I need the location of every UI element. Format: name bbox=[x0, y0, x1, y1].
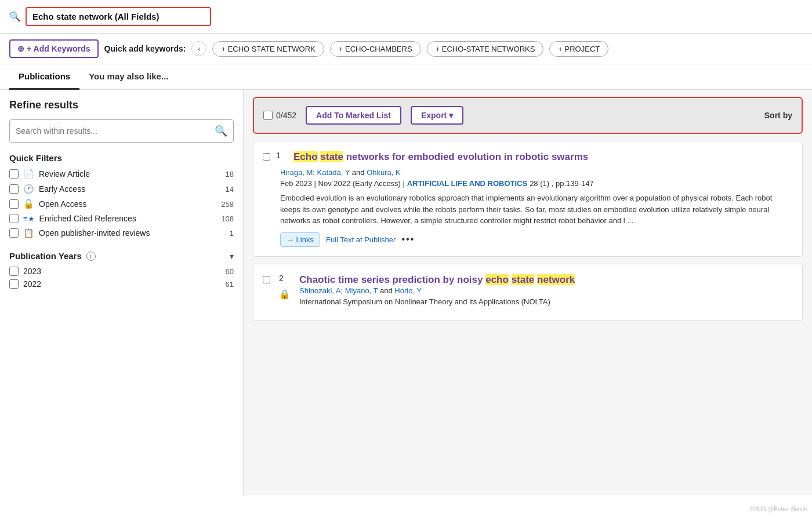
result-2-header: 2 🔒 Chaotic time series prediction by no… bbox=[263, 274, 793, 311]
filter-enriched-cited-count: 108 bbox=[221, 214, 234, 223]
year-2022-count: 61 bbox=[226, 280, 234, 289]
pub-years-chevron-icon[interactable]: ▾ bbox=[230, 252, 234, 261]
refine-results-title: Refine results bbox=[9, 99, 234, 111]
author-hiraga[interactable]: Hiraga, M bbox=[280, 168, 313, 177]
title-chaotic: Chaotic time series prediction by noisy bbox=[299, 274, 485, 285]
search-query: Echo state network bbox=[32, 12, 113, 21]
year-2022: 2022 61 bbox=[9, 279, 234, 289]
result-2-checkbox[interactable] bbox=[263, 276, 270, 283]
early-access-icon: 🕐 bbox=[23, 184, 34, 194]
filter-open-publisher-checkbox[interactable] bbox=[9, 228, 19, 238]
lock-icon-2: 🔒 bbox=[279, 289, 291, 300]
filter-enriched-cited-checkbox[interactable] bbox=[9, 214, 19, 223]
select-all-wrap: 0/452 bbox=[263, 111, 296, 120]
tab-publications[interactable]: Publications bbox=[9, 64, 79, 90]
author-shinozaki[interactable]: Shinozaki, A bbox=[299, 286, 341, 295]
author-horio[interactable]: Horio, Y bbox=[394, 286, 422, 295]
keyword-chip-4[interactable]: + PROJECT bbox=[549, 41, 608, 57]
filter-open-access-checkbox[interactable] bbox=[9, 199, 19, 209]
result-2-journal: International Symposium on Nonlinear The… bbox=[299, 297, 550, 306]
result-1-authors: Hiraga, M; Katada, Y and Ohkura, K bbox=[280, 168, 793, 177]
tab-you-may-like[interactable]: You may also like... bbox=[79, 64, 177, 90]
export-button[interactable]: Export ▾ bbox=[411, 106, 463, 125]
pub-years-title: Publication Years bbox=[9, 251, 82, 261]
filter-open-publisher-count: 1 bbox=[230, 229, 234, 238]
result-1-meta: Feb 2023 | Nov 2022 (Early Access) | ART… bbox=[280, 179, 793, 188]
main-layout: Refine results 🔍 Quick Filters 📄 Review … bbox=[0, 90, 812, 496]
result-1-journal[interactable]: ARTIFICIAL LIFE AND ROBOTICS bbox=[407, 179, 527, 188]
search-input-display[interactable]: Echo state network (All Fields) bbox=[26, 7, 211, 26]
year-2022-checkbox[interactable] bbox=[9, 279, 19, 289]
enriched-cited-icon: ≡★ bbox=[23, 214, 35, 223]
results-toolbar: 0/452 Add To Marked List Export ▾ Sort b… bbox=[253, 97, 803, 134]
select-all-checkbox[interactable] bbox=[263, 111, 273, 120]
keyword-chip-1[interactable]: + ECHO STATE NETWORK bbox=[212, 41, 324, 57]
result-1-header: 1 Echo state networks for embodied evolu… bbox=[263, 151, 793, 163]
search-bar: 🔍 Echo state network (All Fields) bbox=[0, 0, 812, 34]
export-label: Export bbox=[421, 111, 447, 120]
sidebar: Refine results 🔍 Quick Filters 📄 Review … bbox=[0, 90, 244, 496]
filter-review-article-count: 18 bbox=[226, 170, 234, 179]
add-keywords-button[interactable]: ⊕ + Add Keywords bbox=[9, 39, 99, 58]
filter-review-article: 📄 Review Article 18 bbox=[9, 169, 234, 179]
search-within-box: 🔍 bbox=[9, 119, 234, 143]
review-article-icon: 📄 bbox=[23, 169, 34, 179]
year-2023-checkbox[interactable] bbox=[9, 267, 19, 276]
plus-icon: ⊕ bbox=[17, 44, 24, 53]
keywords-prev-button[interactable]: ‹ bbox=[191, 41, 206, 56]
result-card-2: 2 🔒 Chaotic time series prediction by no… bbox=[253, 264, 803, 321]
filter-early-access-count: 14 bbox=[226, 185, 234, 194]
filter-open-publisher: 📋 Open publisher-invited reviews 1 bbox=[9, 228, 234, 238]
links-button-1[interactable]: → Links bbox=[280, 232, 320, 247]
keywords-bar: ⊕ + Add Keywords Quick add keywords: ‹ +… bbox=[0, 34, 812, 64]
result-1-number: 1 bbox=[276, 151, 288, 160]
results-area: 0/452 Add To Marked List Export ▾ Sort b… bbox=[244, 90, 812, 496]
year-2023: 2023 60 bbox=[9, 267, 234, 276]
result-1-checkbox[interactable] bbox=[263, 153, 270, 161]
result-2-meta: International Symposium on Nonlinear The… bbox=[299, 297, 575, 306]
year-2023-label: 2023 bbox=[23, 267, 221, 276]
open-access-icon: 🔓 bbox=[23, 199, 34, 209]
add-to-marked-list-button[interactable]: Add To Marked List bbox=[306, 106, 401, 125]
export-chevron-icon: ▾ bbox=[449, 111, 453, 120]
open-publisher-icon: 📋 bbox=[23, 228, 34, 238]
filter-enriched-cited-label: Enriched Cited References bbox=[39, 214, 217, 223]
more-options-1[interactable]: ••• bbox=[401, 234, 415, 245]
search-within-input[interactable] bbox=[16, 126, 215, 136]
result-2-number: 2 bbox=[279, 274, 291, 283]
highlight-state-2: state bbox=[512, 274, 535, 285]
search-icon: 🔍 bbox=[9, 11, 21, 22]
filter-open-access-label: Open Access bbox=[39, 199, 216, 209]
author-ohkura[interactable]: Ohkura, K bbox=[367, 168, 401, 177]
highlight-echo-1: Echo bbox=[293, 151, 318, 162]
highlight-echo-2: echo bbox=[485, 274, 509, 285]
highlight-network-2: network bbox=[537, 274, 575, 285]
search-within-button[interactable]: 🔍 bbox=[215, 125, 227, 137]
author-miyano[interactable]: Miyano, T bbox=[345, 286, 378, 295]
full-text-link-1[interactable]: Full Text at Publisher bbox=[326, 235, 396, 244]
result-2-authors: Shinozaki, A; Miyano, T and Horio, Y bbox=[299, 286, 575, 295]
result-1-volume: 28 (1) , pp.139-147 bbox=[530, 179, 594, 188]
filter-open-access: 🔓 Open Access 258 bbox=[9, 199, 234, 209]
filter-review-article-checkbox[interactable] bbox=[9, 169, 19, 179]
result-1-abstract: Embodied evolution is an evolutionary ro… bbox=[280, 192, 793, 227]
author-katada[interactable]: Katada, Y bbox=[317, 168, 350, 177]
filter-open-publisher-label: Open publisher-invited reviews bbox=[39, 228, 225, 238]
result-1-actions: → Links Full Text at Publisher ••• bbox=[280, 232, 793, 247]
result-2-title[interactable]: Chaotic time series prediction by noisy … bbox=[299, 274, 575, 286]
add-keywords-label: + Add Keywords bbox=[27, 44, 90, 53]
result-1-date: Feb 2023 | Nov 2022 (Early Access) | bbox=[280, 179, 405, 188]
result-card-1: 1 Echo state networks for embodied evolu… bbox=[253, 141, 803, 257]
keyword-chip-2[interactable]: + ECHO-CHAMBERS bbox=[330, 41, 421, 57]
year-2022-label: 2022 bbox=[23, 279, 221, 289]
filter-open-access-count: 258 bbox=[221, 200, 234, 209]
pub-years-info-icon[interactable]: i bbox=[86, 252, 96, 261]
result-1-title[interactable]: Echo state networks for embodied evoluti… bbox=[293, 151, 588, 163]
keyword-chip-3[interactable]: + ECHO-STATE NETWORKS bbox=[427, 41, 544, 57]
result-2-left: 2 🔒 bbox=[276, 274, 293, 300]
sort-by-label: Sort by bbox=[764, 111, 792, 120]
filter-review-article-label: Review Article bbox=[39, 169, 221, 179]
filter-early-access-checkbox[interactable] bbox=[9, 184, 19, 194]
quick-add-label: Quick add keywords: bbox=[104, 44, 186, 53]
pub-years-header: Publication Years i ▾ bbox=[9, 251, 234, 261]
